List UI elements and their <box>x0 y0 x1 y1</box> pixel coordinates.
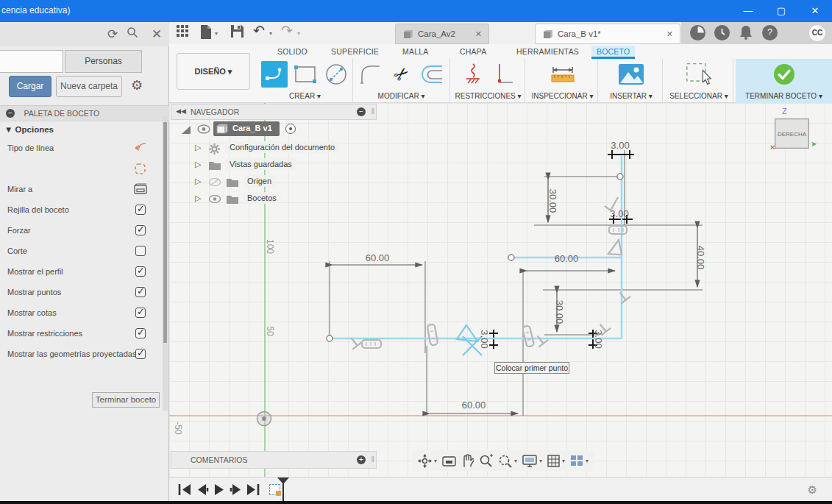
group-label-terminar[interactable]: TERMINAR BOCETO ▾ <box>736 92 832 100</box>
comments-grip[interactable]: ‖ <box>371 455 374 464</box>
maximize-button[interactable]: ▢ <box>765 0 797 22</box>
search-icon[interactable] <box>127 26 143 43</box>
zoom-window-icon[interactable] <box>498 454 512 468</box>
dimension-value[interactable]: 60.00 <box>462 400 486 411</box>
undo-icon[interactable]: ↶ <box>253 22 265 39</box>
dimension-value[interactable]: 40.00 <box>695 246 706 270</box>
ribbon-tab-solido[interactable]: SOLIDO <box>272 46 313 59</box>
design-workspace-menu[interactable]: DISEÑO ▾ <box>177 53 250 90</box>
comments-panel-header[interactable]: COMENTARIOS + ‖ <box>171 451 377 469</box>
new-folder-button[interactable]: Nueva carpeta <box>56 76 122 97</box>
circle-tool[interactable] <box>323 61 349 88</box>
option-checkbox[interactable] <box>134 204 147 217</box>
group-label-modificar[interactable]: MODIFICAR ▾ <box>353 92 449 100</box>
browser-root-row[interactable]: Cara_B v1 <box>171 121 391 140</box>
orbit-caret[interactable]: ▾ <box>434 458 437 464</box>
close-panel-icon[interactable]: ✕ <box>149 26 165 43</box>
timeline-play-button[interactable] <box>213 483 227 497</box>
expand-arrow-icon[interactable]: ▷ <box>195 194 201 203</box>
expand-arrow-icon[interactable]: ▷ <box>195 160 201 169</box>
job-status-clock-icon[interactable] <box>714 25 730 40</box>
browser-tree-row[interactable]: ▷Bocetos <box>171 191 391 207</box>
linetype-icon[interactable] <box>134 142 147 155</box>
option-checkbox[interactable] <box>134 348 147 361</box>
option-checkbox[interactable] <box>134 307 147 320</box>
root-visibility-eye-icon[interactable] <box>197 124 210 134</box>
extensions-icon[interactable] <box>690 25 705 40</box>
app-grid-icon[interactable] <box>177 25 190 38</box>
close-button[interactable]: ✕ <box>799 0 831 22</box>
timeline-marker-head[interactable] <box>277 478 289 484</box>
palette-scrollbar[interactable] <box>163 116 168 411</box>
tree-item-label[interactable]: Origen <box>243 175 276 187</box>
browser-grip[interactable]: ‖ <box>371 107 374 116</box>
redo-caret[interactable]: ▾ <box>297 30 300 37</box>
fillet-tool[interactable] <box>358 61 384 88</box>
browser-root-label[interactable]: Cara_B v1 <box>213 121 280 136</box>
zoom-window-caret[interactable]: ▾ <box>514 458 517 464</box>
option-checkbox[interactable] <box>134 327 147 341</box>
lookat-icon[interactable] <box>134 183 147 196</box>
browser-panel-header[interactable]: ◀◀ NAVEGADOR − ‖ <box>171 104 377 120</box>
collapse-panel-icon[interactable]: ◀◀ <box>176 107 186 115</box>
palette-collapse-icon[interactable]: − <box>6 109 15 118</box>
option-checkbox[interactable] <box>134 266 147 279</box>
viewcube[interactable]: DERECHA <box>775 118 809 149</box>
dimension-value[interactable]: 3.00 <box>479 330 490 348</box>
display-settings-icon[interactable] <box>522 455 537 467</box>
finish-sketch-button[interactable]: Terminar boceto <box>92 392 160 408</box>
viewports-caret[interactable]: ▾ <box>586 458 589 464</box>
fix-constraint-tool[interactable] <box>460 61 486 88</box>
upload-button[interactable]: Cargar <box>9 76 51 97</box>
orbit-icon[interactable] <box>418 454 432 468</box>
trim-tool[interactable]: ✂ <box>383 56 420 93</box>
insert-image-tool[interactable] <box>618 61 644 88</box>
redo-icon[interactable]: ↷ <box>281 22 293 39</box>
group-label-insertar[interactable]: INSERTAR ▾ <box>600 92 662 100</box>
refresh-icon[interactable]: ⟳ <box>104 26 121 43</box>
visibility-eye-icon[interactable] <box>209 178 221 186</box>
constraint-glyphs[interactable] <box>346 197 630 349</box>
tree-item-label[interactable]: Vistas guardadas <box>225 158 296 170</box>
display-settings-caret[interactable]: ▾ <box>539 458 542 464</box>
document-tab-close-icon[interactable]: ✕ <box>666 29 673 39</box>
viewports-icon[interactable] <box>570 455 583 466</box>
dimension-value[interactable]: 3.00 <box>611 140 629 151</box>
options-section-header[interactable]: ▼ Opciones <box>4 125 54 134</box>
file-menu-icon[interactable] <box>200 25 212 39</box>
group-label-crear[interactable]: CREAR ▾ <box>257 92 352 100</box>
finish-sketch-icon[interactable] <box>771 61 797 88</box>
option-checkbox[interactable] <box>134 224 147 238</box>
timeline-step-back-button[interactable] <box>196 483 210 497</box>
tab-datos[interactable] <box>0 50 63 73</box>
browser-tree-row[interactable]: ▷Origen <box>171 174 391 191</box>
timeline-step-forward-button[interactable] <box>230 483 244 497</box>
ribbon-tab-chapa[interactable]: CHAPA <box>455 46 491 59</box>
help-icon[interactable]: ? <box>762 25 778 40</box>
line-tool[interactable] <box>261 61 288 88</box>
expand-arrow-icon[interactable]: ▷ <box>195 143 201 152</box>
visibility-eye-icon[interactable] <box>209 195 221 203</box>
minimize-button[interactable]: — <box>732 0 764 22</box>
undo-caret[interactable]: ▾ <box>269 30 272 37</box>
expand-arrow-icon[interactable]: ▷ <box>195 177 201 186</box>
file-menu-caret[interactable]: ▾ <box>215 30 218 37</box>
timeline-sketch-feature[interactable] <box>269 484 280 495</box>
document-tab-close-icon[interactable]: ✕ <box>475 29 482 39</box>
vertical-horizontal-constraint-tool[interactable] <box>491 61 517 88</box>
comments-collapse-icon[interactable]: + <box>357 455 366 464</box>
document-tab-active[interactable]: Cara_B v1*✕ <box>535 24 680 44</box>
group-label-restricciones[interactable]: RESTRICCIONES ▾ <box>452 92 525 100</box>
timeline-go-to-start-button[interactable] <box>178 483 193 497</box>
rectangle-tool[interactable] <box>292 61 319 88</box>
dimension-value[interactable]: 60.00 <box>366 252 390 263</box>
grid-settings-caret[interactable]: ▾ <box>562 458 565 464</box>
browser-tree-row[interactable]: ▷Configuración del documento <box>171 140 391 157</box>
pan-hand-icon[interactable] <box>461 454 474 467</box>
dimension-value[interactable]: 30.00 <box>554 300 565 324</box>
ribbon-tab-superficie[interactable]: SUPERFICIE <box>326 46 384 59</box>
offset-tool[interactable] <box>419 61 446 88</box>
dimension-lines[interactable] <box>333 180 697 414</box>
measure-tool[interactable] <box>550 61 576 88</box>
root-expander-icon[interactable] <box>181 125 191 135</box>
